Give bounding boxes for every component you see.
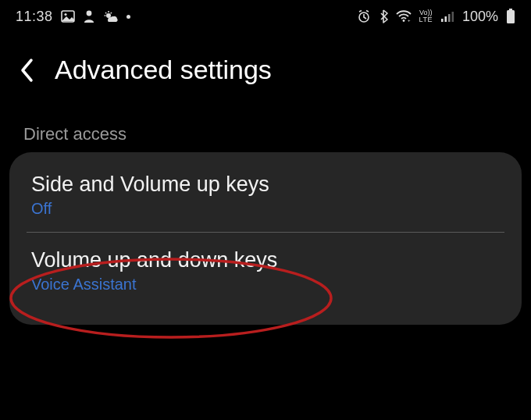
signal-icon xyxy=(440,10,454,23)
status-left: 11:38 xyxy=(16,9,130,25)
page-title: Advanced settings xyxy=(55,55,272,85)
header: Advanced settings xyxy=(0,33,531,113)
settings-card: Side and Volume up keys Off Volume up an… xyxy=(9,152,522,325)
svg-rect-14 xyxy=(451,12,454,22)
setting-subtitle: Off xyxy=(31,200,500,218)
bluetooth-icon xyxy=(379,9,388,23)
person-icon xyxy=(83,9,95,23)
back-button[interactable] xyxy=(19,57,36,84)
status-bar: 11:38 + Vo)) LTE 100% xyxy=(0,0,531,33)
svg-rect-13 xyxy=(448,14,451,22)
status-right: + Vo)) LTE 100% xyxy=(357,9,515,25)
dot-icon xyxy=(127,15,130,19)
image-icon xyxy=(61,10,75,23)
battery-icon xyxy=(506,9,515,24)
svg-rect-15 xyxy=(509,9,512,10)
setting-side-volume-up[interactable]: Side and Volume up keys Off xyxy=(25,157,506,232)
svg-line-6 xyxy=(105,12,106,13)
wifi-icon: + xyxy=(396,10,412,23)
setting-volume-up-down[interactable]: Volume up and down keys Voice Assistant xyxy=(25,233,506,308)
svg-point-9 xyxy=(402,20,404,22)
svg-line-7 xyxy=(110,12,111,13)
weather-icon xyxy=(103,10,119,23)
setting-title: Side and Volume up keys xyxy=(31,173,500,197)
volte-indicator: Vo)) LTE xyxy=(419,9,433,23)
battery-percent: 100% xyxy=(462,9,498,25)
status-time: 11:38 xyxy=(16,9,53,25)
setting-subtitle: Voice Assistant xyxy=(31,276,500,294)
alarm-icon xyxy=(357,9,371,23)
section-label-direct-access: Direct access xyxy=(0,113,531,152)
svg-rect-12 xyxy=(444,16,447,22)
svg-point-2 xyxy=(86,11,91,16)
svg-point-1 xyxy=(64,13,66,16)
setting-title: Volume up and down keys xyxy=(31,248,500,272)
svg-point-3 xyxy=(106,13,111,18)
svg-rect-11 xyxy=(441,19,444,22)
svg-rect-16 xyxy=(507,10,515,23)
svg-text:+: + xyxy=(408,18,411,23)
